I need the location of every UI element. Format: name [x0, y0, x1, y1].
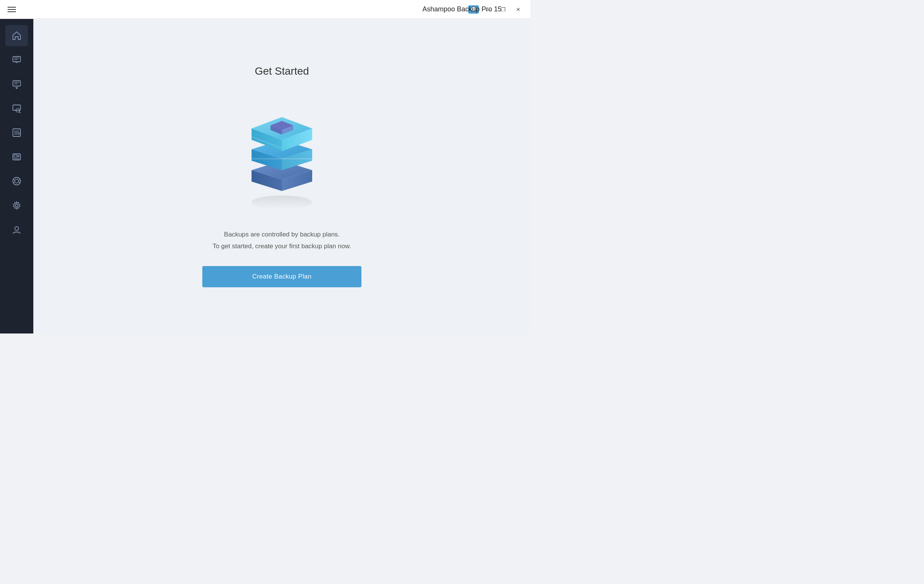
- sidebar: [0, 19, 33, 334]
- sidebar-item-home[interactable]: [5, 25, 28, 46]
- svg-point-8: [18, 156, 19, 157]
- sidebar-item-tasks[interactable]: [5, 122, 28, 143]
- title-bar-left: [6, 5, 17, 14]
- title-bar: Ashampoo Backup Pro 15 💬 — ❒ ✕: [0, 0, 530, 19]
- main-layout: Get Started: [0, 19, 530, 334]
- sidebar-item-settings[interactable]: [5, 195, 28, 216]
- svg-rect-0: [13, 56, 20, 62]
- sidebar-item-disk[interactable]: [5, 146, 28, 167]
- svg-point-17: [252, 195, 312, 209]
- svg-point-16: [15, 227, 18, 230]
- backup-restore-icon: [12, 55, 21, 65]
- svg-point-9: [13, 177, 20, 185]
- svg-point-15: [15, 204, 18, 207]
- sidebar-item-account[interactable]: [5, 219, 28, 240]
- disk-icon: [12, 152, 21, 162]
- svg-point-10: [15, 179, 18, 183]
- svg-marker-24: [252, 158, 312, 160]
- close-button[interactable]: ✕: [512, 3, 524, 15]
- account-icon: [12, 225, 21, 235]
- explore-icon: [12, 103, 21, 113]
- database-illustration: [229, 93, 335, 214]
- description-line2: To get started, create your first backup…: [213, 243, 351, 250]
- svg-line-14: [18, 180, 20, 180]
- create-backup-plan-button[interactable]: Create Backup Plan: [202, 266, 361, 287]
- app-title: Ashampoo Backup Pro 15: [422, 5, 502, 13]
- svg-rect-1: [13, 81, 20, 86]
- sidebar-item-backup-restore[interactable]: [5, 49, 28, 71]
- hamburger-menu-button[interactable]: [6, 5, 17, 14]
- svg-rect-7: [14, 155, 17, 157]
- svg-line-11: [14, 180, 15, 180]
- svg-line-4: [19, 112, 20, 113]
- sidebar-item-import[interactable]: [5, 73, 28, 95]
- description-text: Backups are controlled by backup plans. …: [213, 229, 351, 252]
- sidebar-item-explore[interactable]: [5, 98, 28, 119]
- description-line1: Backups are controlled by backup plans.: [224, 231, 340, 238]
- tasks-icon: [12, 128, 21, 137]
- import-icon: [12, 79, 21, 89]
- main-content: Get Started: [33, 19, 530, 334]
- support-icon: [12, 176, 21, 186]
- page-title: Get Started: [254, 65, 309, 77]
- svg-line-13: [14, 182, 15, 183]
- settings-icon: [12, 200, 21, 210]
- home-icon: [12, 31, 21, 41]
- sidebar-item-support[interactable]: [5, 170, 28, 192]
- svg-line-12: [18, 182, 20, 183]
